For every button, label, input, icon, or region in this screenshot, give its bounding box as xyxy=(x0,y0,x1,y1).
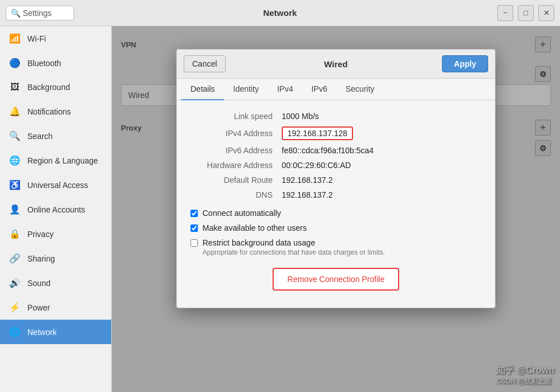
hardware-row: Hardware Address 00:0C:29:60:C6:AD xyxy=(190,161,481,170)
ipv6-value: fe80::cdca:f96a:f10b:5ca4 xyxy=(282,146,374,155)
default-route-value: 192.168.137.2 xyxy=(282,175,333,185)
hardware-value: 00:0C:29:60:C6:AD xyxy=(282,161,351,170)
auto-connect-label[interactable]: Connect automatically xyxy=(202,209,281,218)
sidebar-label-sharing: Sharing xyxy=(27,254,55,263)
ipv6-label: IPv6 Address xyxy=(190,146,282,155)
default-route-label: Default Route xyxy=(190,175,282,185)
restrict-bg-sublabel: Appropriate for connections that have da… xyxy=(202,248,385,256)
sidebar-label-wifi: Wi-Fi xyxy=(27,34,46,43)
restrict-bg-label[interactable]: Restrict background data usage xyxy=(202,238,315,247)
maximize-button[interactable]: □ xyxy=(518,5,534,21)
sidebar-label-network: Network xyxy=(27,328,56,337)
link-speed-value: 1000 Mb/s xyxy=(282,112,319,121)
sharing-icon: 🔗 xyxy=(9,253,21,264)
background-icon: 🖼 xyxy=(9,82,21,92)
search-sidebar-icon: 🔍 xyxy=(9,130,21,141)
bluetooth-icon: 🔵 xyxy=(9,58,21,68)
dns-row: DNS 192.168.137.2 xyxy=(190,190,481,199)
sidebar-item-wifi[interactable]: 📶 Wi-Fi xyxy=(0,26,111,51)
sidebar-label-region: Region & Language xyxy=(27,156,98,165)
cancel-button[interactable]: Cancel xyxy=(184,55,226,72)
dialog-header: Cancel Wired Apply xyxy=(177,50,495,79)
universal-icon: ♿ xyxy=(9,179,21,190)
sidebar-label-power: Power xyxy=(27,303,50,312)
dns-label: DNS xyxy=(190,190,282,199)
other-users-checkbox[interactable] xyxy=(190,224,198,232)
main-layout: 📶 Wi-Fi 🔵 Bluetooth 🖼 Background 🔔 Notif… xyxy=(0,26,560,392)
restrict-bg-row: Restrict background data usage Appropria… xyxy=(190,238,481,256)
sidebar-item-universal[interactable]: ♿ Universal Access xyxy=(0,173,111,197)
dialog-body: Link speed 1000 Mb/s IPv4 Address 192.16… xyxy=(177,100,495,308)
ipv4-label: IPv4 Address xyxy=(190,129,282,138)
notifications-icon: 🔔 xyxy=(9,106,21,117)
sidebar-label-online: Online Accounts xyxy=(27,205,85,214)
titlebar-app-title: Settings xyxy=(23,9,52,18)
privacy-icon: 🔒 xyxy=(9,228,21,239)
content-area: VPN + ⚙ Wired Proxy + xyxy=(112,26,560,392)
titlebar-search-area: 🔍 Settings xyxy=(6,6,74,21)
titlebar: 🔍 Settings Network − □ ✕ xyxy=(0,0,560,26)
apply-button[interactable]: Apply xyxy=(442,55,488,72)
sidebar: 📶 Wi-Fi 🔵 Bluetooth 🖼 Background 🔔 Notif… xyxy=(0,26,112,392)
dns-value: 192.168.137.2 xyxy=(282,190,333,199)
ipv4-row: IPv4 Address 192.168.137.128 xyxy=(190,126,481,140)
tab-security[interactable]: Security xyxy=(336,79,384,100)
tab-details[interactable]: Details xyxy=(181,79,224,100)
ipv6-row: IPv6 Address fe80::cdca:f96a:f10b:5ca4 xyxy=(190,146,481,155)
sidebar-item-region[interactable]: 🌐 Region & Language xyxy=(0,148,111,173)
hardware-label: Hardware Address xyxy=(190,161,282,170)
sidebar-item-notifications[interactable]: 🔔 Notifications xyxy=(0,99,111,124)
region-icon: 🌐 xyxy=(9,155,21,166)
link-speed-label: Link speed xyxy=(190,112,282,121)
auto-connect-checkbox[interactable] xyxy=(190,210,198,217)
search-icon: 🔍 xyxy=(11,9,21,18)
window-controls: − □ ✕ xyxy=(497,5,554,21)
sidebar-label-sound: Sound xyxy=(27,279,50,288)
close-button[interactable]: ✕ xyxy=(538,5,554,21)
sidebar-item-background[interactable]: 🖼 Background xyxy=(0,75,111,99)
default-route-row: Default Route 192.168.137.2 xyxy=(190,175,481,185)
sidebar-item-network[interactable]: 🌐 Network xyxy=(0,320,111,344)
wired-dialog: Cancel Wired Apply Details Identity IPv4 xyxy=(176,49,496,308)
modal-overlay: Cancel Wired Apply Details Identity IPv4 xyxy=(112,26,560,392)
power-icon: ⚡ xyxy=(9,302,21,313)
ipv4-value: 192.168.137.128 xyxy=(282,126,353,140)
tab-identity[interactable]: Identity xyxy=(224,79,268,100)
sidebar-label-bluetooth: Bluetooth xyxy=(27,59,61,68)
titlebar-window-title: Network xyxy=(263,8,297,18)
link-speed-row: Link speed 1000 Mb/s xyxy=(190,112,481,121)
sidebar-item-bluetooth[interactable]: 🔵 Bluetooth xyxy=(0,51,111,75)
sidebar-item-sound[interactable]: 🔊 Sound xyxy=(0,271,111,295)
wifi-icon: 📶 xyxy=(9,33,21,44)
online-icon: 👤 xyxy=(9,204,21,215)
network-icon: 🌐 xyxy=(9,326,21,337)
sidebar-label-background: Background xyxy=(27,83,70,92)
other-users-label[interactable]: Make available to other users xyxy=(202,223,307,232)
sidebar-item-online[interactable]: 👤 Online Accounts xyxy=(0,197,111,222)
remove-connection-button[interactable]: Remove Connection Profile xyxy=(273,268,399,291)
sidebar-item-privacy[interactable]: 🔒 Privacy xyxy=(0,222,111,246)
sidebar-label-search: Search xyxy=(27,132,52,141)
dialog-title: Wired xyxy=(324,59,348,69)
sidebar-label-privacy: Privacy xyxy=(27,230,54,239)
restrict-bg-checkbox[interactable] xyxy=(190,239,198,247)
dialog-tabs: Details Identity IPv4 IPv6 Security xyxy=(177,79,495,100)
sidebar-label-notifications: Notifications xyxy=(27,107,71,116)
other-users-row: Make available to other users xyxy=(190,223,481,232)
dialog-header-inner: Cancel Wired Apply xyxy=(184,55,488,72)
tab-ipv6[interactable]: IPv6 xyxy=(302,79,336,100)
sound-icon: 🔊 xyxy=(9,277,21,288)
sidebar-item-search[interactable]: 🔍 Search xyxy=(0,124,111,148)
auto-connect-row: Connect automatically xyxy=(190,209,481,218)
minimize-button[interactable]: − xyxy=(497,5,513,21)
sidebar-item-sharing[interactable]: 🔗 Sharing xyxy=(0,246,111,271)
sidebar-item-power[interactable]: ⚡ Power xyxy=(0,295,111,320)
tab-ipv4[interactable]: IPv4 xyxy=(268,79,302,100)
sidebar-label-universal: Universal Access xyxy=(27,181,88,190)
